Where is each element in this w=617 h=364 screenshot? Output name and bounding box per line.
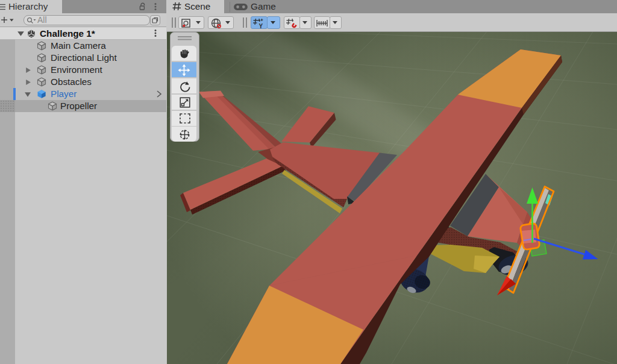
- svg-text:Y: Y: [259, 23, 263, 29]
